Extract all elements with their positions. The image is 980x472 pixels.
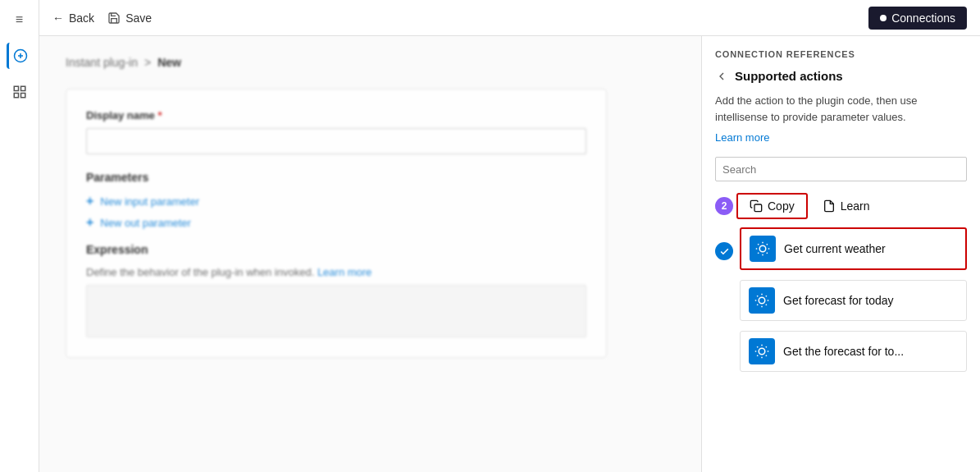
action-item-get-forecast-today[interactable]: Get forecast for today <box>740 280 967 321</box>
action-item-get-forecast-to[interactable]: Get the forecast for to... <box>740 331 967 372</box>
display-name-label: Display name * <box>86 109 586 121</box>
weather-icon-box-3 <box>749 338 775 364</box>
svg-line-21 <box>766 305 767 305</box>
back-arrow-icon: ← <box>52 11 64 25</box>
sidebar-item-grid[interactable] <box>7 79 33 105</box>
main-area: ← Back Save Connections Instant plug-in … <box>39 0 980 472</box>
svg-rect-7 <box>754 204 762 212</box>
svg-line-34 <box>766 346 767 347</box>
copy-learn-row: 2 Copy Learn <box>715 193 967 219</box>
content-area: Instant plug-in > New Display name * Par… <box>39 36 980 472</box>
learn-button[interactable]: Learn <box>811 195 882 218</box>
save-label: Save <box>125 11 152 25</box>
action-label-get-forecast-to: Get the forecast for to... <box>783 345 904 358</box>
new-out-param[interactable]: + New out parameter <box>86 215 586 230</box>
editor-pane: Instant plug-in > New Display name * Par… <box>39 36 701 472</box>
copy-icon <box>750 199 763 213</box>
action-label-get-forecast-today: Get forecast for today <box>783 294 894 307</box>
action-row-3: Get the forecast for to... <box>715 331 967 377</box>
sidebar-hamburger[interactable]: ≡ <box>7 7 33 33</box>
add-input-icon: + <box>86 194 93 209</box>
sidebar-item-plugin[interactable] <box>7 43 33 69</box>
svg-rect-4 <box>21 86 25 90</box>
svg-point-17 <box>759 297 765 304</box>
sun-icon-2 <box>754 293 769 308</box>
svg-line-11 <box>758 244 759 245</box>
top-bar: ← Back Save Connections <box>39 0 980 36</box>
code-editor[interactable] <box>86 285 586 337</box>
new-out-param-label: New out parameter <box>100 217 191 229</box>
weather-icon-box-2 <box>749 287 775 314</box>
panel-section-title: CONNECTION REFERENCES <box>715 49 967 59</box>
sidebar: ≡ <box>0 0 39 472</box>
connections-button[interactable]: Connections <box>868 7 967 30</box>
search-input[interactable] <box>715 157 967 181</box>
back-label: Back <box>69 11 94 25</box>
svg-line-16 <box>767 244 768 245</box>
back-button[interactable]: ← Back <box>52 11 94 25</box>
add-out-icon: + <box>86 215 93 230</box>
badge-2: 2 <box>715 197 733 215</box>
form-card: Display name * Parameters + New input pa… <box>66 89 607 358</box>
svg-line-30 <box>766 355 767 356</box>
action-label-get-current-weather: Get current weather <box>784 242 886 255</box>
connections-dot-icon <box>880 15 887 21</box>
svg-line-12 <box>767 253 768 254</box>
weather-icon-box <box>750 236 776 262</box>
expression-title: Expression <box>86 243 586 256</box>
svg-line-25 <box>766 296 767 296</box>
check-badge-1 <box>715 242 733 260</box>
back-arrow-panel-icon[interactable] <box>715 70 728 83</box>
parameters-title: Parameters <box>86 171 586 184</box>
expression-desc: Define the behavior of the plug-in when … <box>86 266 586 278</box>
panel-description: Add the action to the plugin code, then … <box>715 93 967 125</box>
copy-button[interactable]: Copy <box>736 193 808 219</box>
display-name-input[interactable] <box>86 128 586 154</box>
right-panel: CONNECTION REFERENCES Supported actions … <box>701 36 980 472</box>
expression-section: Expression Define the behavior of the pl… <box>86 243 586 337</box>
breadcrumb-separator: > <box>144 56 151 69</box>
svg-point-26 <box>759 348 765 355</box>
supported-actions-title: Supported actions <box>735 69 843 83</box>
learn-icon <box>823 199 836 213</box>
svg-rect-6 <box>21 94 25 98</box>
learn-label: Learn <box>841 199 870 213</box>
supported-actions-header: Supported actions <box>715 69 967 83</box>
required-star: * <box>157 109 162 121</box>
action-item-get-current-weather[interactable]: Get current weather <box>740 227 967 270</box>
svg-line-20 <box>757 296 758 296</box>
save-disk-icon <box>107 11 121 25</box>
breadcrumb-parent: Instant plug-in <box>66 56 138 69</box>
new-input-param-label: New input parameter <box>100 195 199 208</box>
svg-line-24 <box>757 305 758 305</box>
svg-rect-5 <box>14 94 18 98</box>
expression-learn-link[interactable]: Learn more <box>317 266 371 278</box>
copy-label: Copy <box>768 199 795 213</box>
action-row-1: Get current weather <box>715 227 967 275</box>
breadcrumb-current: New <box>157 56 181 69</box>
svg-line-33 <box>757 355 758 356</box>
save-button[interactable]: Save <box>107 11 152 25</box>
panel-learn-link[interactable]: Learn more <box>715 131 967 144</box>
svg-line-29 <box>757 346 758 347</box>
sun-icon-3 <box>754 344 769 359</box>
action-row-2: Get forecast for today <box>715 280 967 326</box>
svg-point-8 <box>759 245 766 252</box>
connections-label: Connections <box>891 11 955 25</box>
breadcrumb: Instant plug-in > New <box>66 56 675 69</box>
svg-rect-3 <box>14 86 18 90</box>
sun-icon <box>755 241 770 256</box>
new-input-param[interactable]: + New input parameter <box>86 194 586 209</box>
svg-line-15 <box>758 253 759 254</box>
